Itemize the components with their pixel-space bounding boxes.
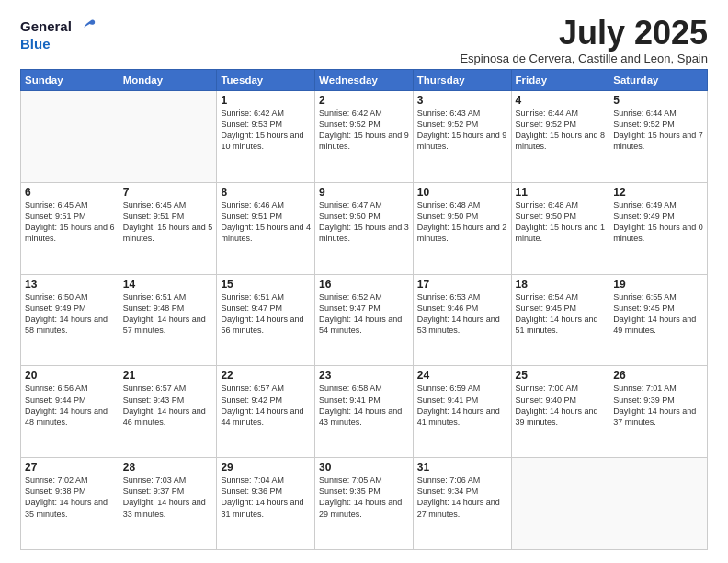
daylight-text: Daylight: 15 hours and 6 minutes. bbox=[25, 223, 115, 243]
title-block: July 2025 Espinosa de Cervera, Castille … bbox=[460, 17, 708, 65]
day-number: 18 bbox=[516, 278, 606, 291]
sunset-text: Sunset: 9:45 PM bbox=[613, 304, 675, 313]
sunrise-text: Sunrise: 7:05 AM bbox=[319, 476, 382, 485]
day-number: 12 bbox=[613, 186, 703, 199]
day-number: 3 bbox=[417, 94, 507, 107]
daylight-text: Daylight: 14 hours and 49 minutes. bbox=[613, 315, 696, 335]
calendar-week-row: 1Sunrise: 6:42 AMSunset: 9:53 PMDaylight… bbox=[21, 91, 708, 183]
day-number: 10 bbox=[417, 186, 507, 199]
day-info: Sunrise: 6:48 AMSunset: 9:50 PMDaylight:… bbox=[417, 200, 507, 245]
table-row: 9Sunrise: 6:47 AMSunset: 9:50 PMDaylight… bbox=[315, 182, 414, 274]
table-row: 16Sunrise: 6:52 AMSunset: 9:47 PMDayligh… bbox=[315, 274, 414, 366]
sunrise-text: Sunrise: 6:49 AM bbox=[613, 201, 677, 210]
day-info: Sunrise: 6:56 AMSunset: 9:44 PMDaylight:… bbox=[25, 383, 115, 428]
table-row: 1Sunrise: 6:42 AMSunset: 9:53 PMDaylight… bbox=[217, 91, 315, 183]
sunset-text: Sunset: 9:41 PM bbox=[417, 396, 479, 405]
day-info: Sunrise: 6:57 AMSunset: 9:42 PMDaylight:… bbox=[221, 383, 311, 428]
table-row: 14Sunrise: 6:51 AMSunset: 9:48 PMDayligh… bbox=[119, 274, 217, 366]
daylight-text: Daylight: 14 hours and 48 minutes. bbox=[25, 407, 108, 427]
day-number: 15 bbox=[221, 278, 311, 291]
day-info: Sunrise: 7:06 AMSunset: 9:34 PMDaylight:… bbox=[417, 475, 507, 520]
logo-general-text: General bbox=[20, 19, 72, 35]
calendar-week-row: 6Sunrise: 6:45 AMSunset: 9:51 PMDaylight… bbox=[21, 182, 708, 274]
col-monday: Monday bbox=[119, 70, 217, 91]
day-number: 9 bbox=[319, 186, 409, 199]
day-info: Sunrise: 6:54 AMSunset: 9:45 PMDaylight:… bbox=[516, 292, 606, 337]
day-number: 26 bbox=[613, 369, 703, 382]
day-info: Sunrise: 6:58 AMSunset: 9:41 PMDaylight:… bbox=[319, 383, 409, 428]
day-info: Sunrise: 7:01 AMSunset: 9:39 PMDaylight:… bbox=[613, 383, 703, 428]
daylight-text: Daylight: 14 hours and 41 minutes. bbox=[417, 407, 500, 427]
day-number: 20 bbox=[25, 369, 115, 382]
daylight-text: Daylight: 15 hours and 2 minutes. bbox=[417, 223, 507, 243]
sunset-text: Sunset: 9:50 PM bbox=[516, 212, 577, 221]
header: General Blue July 2025 Espinosa de Cerve… bbox=[20, 17, 708, 65]
sunset-text: Sunset: 9:49 PM bbox=[613, 212, 675, 221]
daylight-text: Daylight: 15 hours and 10 minutes. bbox=[221, 131, 303, 151]
day-info: Sunrise: 7:03 AMSunset: 9:37 PMDaylight:… bbox=[123, 475, 213, 520]
sunrise-text: Sunrise: 6:45 AM bbox=[25, 201, 88, 210]
day-info: Sunrise: 7:02 AMSunset: 9:38 PMDaylight:… bbox=[25, 475, 115, 520]
day-info: Sunrise: 6:50 AMSunset: 9:49 PMDaylight:… bbox=[25, 292, 115, 337]
day-info: Sunrise: 7:00 AMSunset: 9:40 PMDaylight:… bbox=[516, 383, 606, 428]
sunrise-text: Sunrise: 6:42 AM bbox=[319, 109, 382, 118]
col-sunday: Sunday bbox=[21, 70, 119, 91]
day-info: Sunrise: 6:42 AMSunset: 9:52 PMDaylight:… bbox=[319, 108, 409, 153]
sunset-text: Sunset: 9:40 PM bbox=[516, 396, 577, 405]
day-info: Sunrise: 6:48 AMSunset: 9:50 PMDaylight:… bbox=[516, 200, 606, 245]
sunrise-text: Sunrise: 7:03 AM bbox=[123, 476, 187, 485]
day-number: 8 bbox=[221, 186, 311, 199]
day-number: 14 bbox=[123, 278, 213, 291]
daylight-text: Daylight: 14 hours and 44 minutes. bbox=[221, 407, 303, 427]
day-number: 2 bbox=[319, 94, 409, 107]
day-number: 31 bbox=[417, 461, 507, 474]
daylight-text: Daylight: 14 hours and 58 minutes. bbox=[25, 315, 108, 335]
day-info: Sunrise: 6:52 AMSunset: 9:47 PMDaylight:… bbox=[319, 292, 409, 337]
calendar-week-row: 13Sunrise: 6:50 AMSunset: 9:49 PMDayligh… bbox=[21, 274, 708, 366]
day-info: Sunrise: 6:45 AMSunset: 9:51 PMDaylight:… bbox=[123, 200, 213, 245]
calendar-week-row: 27Sunrise: 7:02 AMSunset: 9:38 PMDayligh… bbox=[21, 458, 708, 550]
day-info: Sunrise: 6:45 AMSunset: 9:51 PMDaylight:… bbox=[25, 200, 115, 245]
sunrise-text: Sunrise: 6:51 AM bbox=[123, 293, 187, 302]
sunset-text: Sunset: 9:50 PM bbox=[319, 212, 381, 221]
day-info: Sunrise: 6:55 AMSunset: 9:45 PMDaylight:… bbox=[613, 292, 703, 337]
day-info: Sunrise: 6:53 AMSunset: 9:46 PMDaylight:… bbox=[417, 292, 507, 337]
sunset-text: Sunset: 9:34 PM bbox=[417, 487, 479, 496]
daylight-text: Daylight: 14 hours and 56 minutes. bbox=[221, 315, 303, 335]
sunrise-text: Sunrise: 6:46 AM bbox=[221, 201, 284, 210]
table-row: 19Sunrise: 6:55 AMSunset: 9:45 PMDayligh… bbox=[609, 274, 708, 366]
sunset-text: Sunset: 9:39 PM bbox=[613, 396, 675, 405]
sunset-text: Sunset: 9:47 PM bbox=[221, 304, 282, 313]
sunset-text: Sunset: 9:51 PM bbox=[123, 212, 185, 221]
sunset-text: Sunset: 9:36 PM bbox=[221, 487, 282, 496]
day-number: 28 bbox=[123, 461, 213, 474]
daylight-text: Daylight: 15 hours and 4 minutes. bbox=[221, 223, 311, 243]
sunset-text: Sunset: 9:43 PM bbox=[123, 396, 185, 405]
col-friday: Friday bbox=[511, 70, 609, 91]
sunset-text: Sunset: 9:52 PM bbox=[319, 120, 381, 129]
sunset-text: Sunset: 9:52 PM bbox=[613, 120, 675, 129]
month-title: July 2025 bbox=[460, 17, 708, 50]
day-number: 7 bbox=[123, 186, 213, 199]
day-info: Sunrise: 6:57 AMSunset: 9:43 PMDaylight:… bbox=[123, 383, 213, 428]
sunset-text: Sunset: 9:45 PM bbox=[516, 304, 577, 313]
sunset-text: Sunset: 9:51 PM bbox=[221, 212, 282, 221]
day-info: Sunrise: 6:59 AMSunset: 9:41 PMDaylight:… bbox=[417, 383, 507, 428]
daylight-text: Daylight: 15 hours and 1 minute. bbox=[516, 223, 606, 243]
table-row: 30Sunrise: 7:05 AMSunset: 9:35 PMDayligh… bbox=[315, 458, 414, 550]
sunset-text: Sunset: 9:47 PM bbox=[319, 304, 381, 313]
day-number: 22 bbox=[221, 369, 311, 382]
sunrise-text: Sunrise: 6:42 AM bbox=[221, 109, 284, 118]
sunrise-text: Sunrise: 6:48 AM bbox=[516, 201, 579, 210]
logo-bird-icon bbox=[75, 17, 96, 37]
table-row: 29Sunrise: 7:04 AMSunset: 9:36 PMDayligh… bbox=[217, 458, 315, 550]
daylight-text: Daylight: 14 hours and 54 minutes. bbox=[319, 315, 402, 335]
subtitle: Espinosa de Cervera, Castille and Leon, … bbox=[460, 52, 708, 65]
daylight-text: Daylight: 15 hours and 3 minutes. bbox=[319, 223, 409, 243]
day-info: Sunrise: 6:42 AMSunset: 9:53 PMDaylight:… bbox=[221, 108, 311, 153]
table-row: 23Sunrise: 6:58 AMSunset: 9:41 PMDayligh… bbox=[315, 366, 414, 458]
table-row: 27Sunrise: 7:02 AMSunset: 9:38 PMDayligh… bbox=[21, 458, 119, 550]
sunrise-text: Sunrise: 7:02 AM bbox=[25, 476, 88, 485]
sunrise-text: Sunrise: 6:54 AM bbox=[516, 293, 579, 302]
day-number: 13 bbox=[25, 278, 115, 291]
